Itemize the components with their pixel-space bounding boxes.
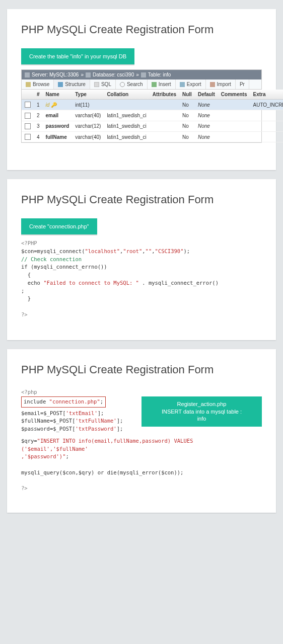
tab-more[interactable]: Pr <box>236 79 249 89</box>
row-checkbox[interactable] <box>25 102 31 108</box>
table-row: 3passwordvarchar(12)latin1_swedish_ciNoN… <box>22 121 283 131</box>
slide-title: PHP MySQLi Create Registration Form <box>21 23 262 36</box>
server-icon <box>25 72 30 77</box>
th-extra: Extra <box>250 90 284 100</box>
slide-3: PHP MySQLi Create Registration Form <?ph… <box>7 349 276 513</box>
table-row: 2emailvarchar(40)latin1_swedish_ciNoNone <box>22 110 283 121</box>
slide-1: PHP MySQLi Create Registration Form Crea… <box>7 9 276 170</box>
cell-name: id 🔑 <box>43 100 73 110</box>
table-icon <box>141 72 146 77</box>
cell-num: 4 <box>34 132 43 142</box>
export-icon <box>180 82 185 87</box>
cell-comments <box>218 100 250 110</box>
code-include-line: include "connection.php"; <box>24 398 103 406</box>
cell-comments <box>218 121 250 131</box>
cell-collation: latin1_swedish_ci <box>104 110 149 121</box>
pma-tabs: Browse Structure SQL Search Insert Expor… <box>22 79 261 90</box>
cell-null: No <box>179 110 195 121</box>
cell-name: password <box>43 121 73 131</box>
cell-attributes <box>150 121 179 131</box>
row-checkbox[interactable] <box>25 134 31 140</box>
tab-export[interactable]: Export <box>176 79 206 89</box>
sql-icon <box>94 82 99 87</box>
cell-null: No <box>179 132 195 142</box>
breadcrumb: Server: MySQL:3306 » Database: csci390 »… <box>22 70 261 79</box>
cell-type: varchar(40) <box>72 132 104 142</box>
cell-collation: latin1_swedish_ci <box>104 132 149 142</box>
tab-structure[interactable]: Structure <box>54 79 90 89</box>
step-create-connection: Create "connection.php" <box>21 218 97 234</box>
tab-insert[interactable]: Insert <box>148 79 176 89</box>
step-create-table: Create the table "info" in your mysql DB <box>21 48 134 64</box>
highlight-include-box: include "connection.php"; <box>21 396 106 408</box>
table-header-row: # Name Type Collation Attributes Null De… <box>22 90 283 100</box>
cell-collation <box>104 100 149 110</box>
cell-default: None <box>195 132 218 142</box>
th-null: Null <box>179 90 195 100</box>
phpmyadmin-panel: Server: MySQL:3306 » Database: csci390 »… <box>21 69 262 143</box>
code-and-note-row: include "connection.php"; $email=$_POST[… <box>21 396 262 433</box>
cell-attributes <box>150 100 179 110</box>
note-register-action: Register_action.php INSERT data into a m… <box>142 396 262 427</box>
cell-num: 3 <box>34 121 43 131</box>
cell-default: None <box>195 110 218 121</box>
cell-num: 2 <box>34 110 43 121</box>
cell-collation: latin1_swedish_ci <box>104 121 149 131</box>
tab-sql[interactable]: SQL <box>90 79 116 89</box>
cell-attributes <box>150 132 179 142</box>
cell-type: varchar(40) <box>72 110 104 121</box>
cell-default: None <box>195 100 218 110</box>
crumb-table: Table: info <box>148 72 171 77</box>
cell-default: None <box>195 121 218 131</box>
code-post-vars: $email=$_POST['txtEmail']; $fullName=$_P… <box>21 410 135 433</box>
code-connection-php: <?PHP $con=mysqli_connect("localhost","r… <box>21 239 262 319</box>
th-type: Type <box>72 90 104 100</box>
row-checkbox[interactable] <box>25 113 31 119</box>
cell-num: 1 <box>34 100 43 110</box>
table-row: 4fullNamevarchar(40)latin1_swedish_ciNoN… <box>22 132 283 142</box>
columns-table: # Name Type Collation Attributes Null De… <box>22 90 283 142</box>
search-icon <box>120 82 125 87</box>
cell-null: No <box>179 100 195 110</box>
slide-title: PHP MySQLi Create Registration Form <box>21 193 262 206</box>
cell-extra: AUTO_INCREMENT <box>250 100 284 110</box>
import-icon <box>210 82 215 87</box>
note-line2: info <box>145 415 259 423</box>
cell-type: varchar(12) <box>72 121 104 131</box>
table-row: 1id 🔑int(11)NoNoneAUTO_INCREMENT <box>22 100 283 110</box>
note-title: Register_action.php <box>145 400 259 408</box>
cell-comments <box>218 110 250 121</box>
slide-2: PHP MySQLi Create Registration Form Crea… <box>7 179 276 340</box>
tab-import[interactable]: Import <box>206 79 236 89</box>
th-attributes: Attributes <box>150 90 179 100</box>
database-icon <box>86 72 91 77</box>
structure-icon <box>58 82 63 87</box>
cell-extra <box>250 110 284 121</box>
slide-title: PHP MySQLi Create Registration Form <box>21 363 262 376</box>
tab-browse[interactable]: Browse <box>22 79 54 89</box>
insert-icon <box>152 82 157 87</box>
browse-icon <box>26 82 31 87</box>
cell-extra <box>250 132 284 142</box>
cell-type: int(11) <box>72 100 104 110</box>
note-line1: INSERT data into a mysql table : <box>145 408 259 416</box>
code-open-tag: <?php <box>21 388 262 396</box>
th-default: Default <box>195 90 218 100</box>
th-comments: Comments <box>218 90 250 100</box>
tab-search[interactable]: Search <box>116 79 148 89</box>
th-num: # <box>34 90 43 100</box>
cell-name: fullName <box>43 132 73 142</box>
cell-comments <box>218 132 250 142</box>
row-checkbox[interactable] <box>25 123 31 129</box>
crumb-database: Database: csci390 <box>93 72 134 77</box>
cell-attributes <box>150 110 179 121</box>
cell-extra <box>250 121 284 131</box>
cell-name: email <box>43 110 73 121</box>
th-collation: Collation <box>104 90 149 100</box>
th-name: Name <box>43 90 73 100</box>
cell-null: No <box>179 121 195 131</box>
code-insert-query: $qry="INSERT INTO info(email,fullName,pa… <box>21 437 262 493</box>
key-icon: 🔑 <box>51 102 57 108</box>
crumb-server: Server: MySQL:3306 <box>32 72 79 77</box>
